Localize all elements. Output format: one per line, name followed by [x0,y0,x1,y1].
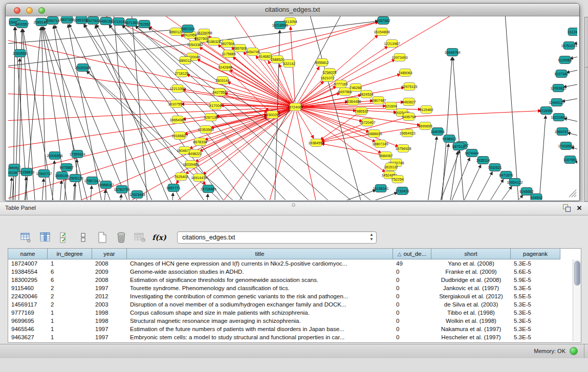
graph-node[interactable]: 12505135 [67,174,83,182]
graph-node[interactable]: 17016504 [558,142,574,150]
citation-edge-black[interactable] [119,194,121,200]
network-view-window[interactable]: citations_edges.txt 18724007886012389129… [5,3,580,201]
graph-node[interactable]: 9267130 [204,114,217,121]
graph-node[interactable]: 16782759 [114,186,129,193]
citation-edge-black[interactable] [8,29,183,45]
graph-node[interactable]: 2063556 [13,50,27,57]
graph-node[interactable]: 752254 [391,176,403,183]
graph-node[interactable]: 12975115 [402,83,418,91]
table-row[interactable]: 969969511998Structural magnetic resonanc… [8,317,581,325]
graph-node[interactable]: 16210643 [551,114,567,121]
graph-node[interactable]: 19218596 [272,21,288,29]
citation-edge-black[interactable] [171,193,173,200]
citation-edge-black[interactable] [89,186,92,200]
graph-node[interactable]: 417004 [209,102,221,110]
graph-node[interactable]: 12093822 [550,84,566,92]
graph-node[interactable]: 9463627 [402,98,416,106]
graph-node[interactable]: 1815132 [384,163,398,171]
graph-node[interactable]: 9699695 [418,122,432,130]
citation-edge-black[interactable] [564,118,577,126]
citation-edge-black[interactable] [315,192,398,200]
citation-edge-black[interactable] [466,172,492,200]
graph-node[interactable]: 2718120 [175,70,188,77]
graph-node[interactable]: 746266 [350,84,361,92]
delete-columns-icon[interactable] [115,231,127,244]
graph-node[interactable]: 15751074 [561,42,577,50]
graph-node[interactable]: 8215958 [539,107,553,115]
create-column-icon[interactable] [96,231,108,244]
citation-edge-black[interactable] [69,24,162,200]
graph-node[interactable]: 924502 [530,194,542,201]
citation-edge-black[interactable] [41,179,43,200]
function-builder-icon[interactable]: f(x) [153,231,165,244]
graph-node[interactable]: 19654985 [169,116,185,124]
citation-edge-black[interactable] [95,25,177,200]
citation-edge-red[interactable] [183,90,291,106]
column-header-title[interactable]: title [127,249,393,259]
citation-edge-red[interactable] [177,180,179,183]
citation-edge-black[interactable] [425,137,437,200]
graph-node[interactable]: 8678334 [193,138,207,146]
graph-node[interactable]: 687512 [452,143,464,150]
float-panel-icon[interactable] [563,204,571,212]
graph-node[interactable]: 7485063 [398,69,412,77]
docked-panel-edge[interactable] [584,17,588,202]
graph-node[interactable]: 7625402 [174,173,188,181]
citation-edge-black[interactable] [134,200,137,200]
citation-edge-black[interactable] [571,147,577,155]
citation-edge-red[interactable] [320,114,357,140]
table-options-icon[interactable]: ⚙ [20,231,33,244]
select-columns-icon[interactable] [39,231,52,244]
graph-node[interactable]: 12353594 [198,126,213,134]
graph-node[interactable]: 19654923 [399,129,415,137]
graph-node[interactable]: 12923448 [129,191,145,199]
column-header-year[interactable]: year [92,249,127,259]
graph-node[interactable]: 2803144 [215,77,229,84]
graph-node[interactable]: 17359924 [69,150,85,158]
graph-node[interactable]: 9657771 [166,184,180,192]
citation-edge-black[interactable] [287,190,376,200]
graph-node[interactable]: 4671355 [124,19,138,27]
graph-node[interactable]: 15716485 [200,185,216,193]
graph-node[interactable]: 2059714 [46,17,59,25]
graph-node[interactable]: 10688639 [366,130,382,138]
graph-node[interactable]: 1621072 [320,74,334,82]
graph-node[interactable]: 1588520 [270,56,284,63]
citation-edge-black[interactable] [438,144,449,200]
table-row[interactable]: 1872400712008Changes of HCN gene express… [8,259,581,268]
graph-node[interactable]: 16039489 [183,161,199,168]
graph-node[interactable]: 20364486 [345,98,361,105]
graph-node[interactable]: 9227342 [554,70,568,78]
graph-node[interactable]: 12213392 [169,85,185,93]
graph-node[interactable]: 16107554 [168,100,184,108]
graph-node[interactable]: 7986532 [354,107,368,115]
table-selector-dropdown[interactable]: citations_edges.txt ▲▼ [177,231,377,244]
table-row[interactable]: 946554611997Estimation of the future num… [8,325,581,333]
graph-node[interactable]: 751552 [138,20,150,28]
graph-node[interactable]: 19958187 [98,181,114,189]
graph-node[interactable]: 8837158 [60,16,74,24]
graph-node[interactable]: 111248 [568,28,577,36]
citation-edge-black[interactable] [568,133,577,140]
graph-node[interactable]: 18724007 [287,103,303,111]
citation-edge-black[interactable] [59,181,61,200]
graph-node[interactable]: 12942737 [36,170,52,178]
citation-edge-red[interactable] [298,111,314,139]
graph-node[interactable]: 9975887 [59,164,73,171]
citation-edge-black[interactable] [8,178,12,200]
graph-node[interactable]: 9474444 [465,149,478,157]
network-canvas-container[interactable]: 1872400788601238912954182260589827509105… [6,16,578,200]
citation-edge-black[interactable] [538,116,546,200]
column-header-name[interactable]: name [8,249,48,259]
citation-edge-red[interactable] [298,67,319,103]
graph-node[interactable]: 8454749 [246,48,259,56]
select-rows-icon[interactable]: ✓ ✓ [58,231,71,244]
table-row[interactable]: 977716911998Corpus callosum shape and si… [8,309,581,317]
graph-node[interactable]: 16914479 [191,174,207,182]
table-panel-titlebar[interactable]: Table Panel × [0,202,588,215]
graph-node[interactable]: 18300295 [264,111,280,119]
citation-edge-black[interactable] [206,194,208,200]
graph-node[interactable]: 10543382 [187,41,203,49]
graph-node[interactable]: 989012 [179,57,191,64]
graph-node[interactable]: 16136141 [373,185,388,192]
